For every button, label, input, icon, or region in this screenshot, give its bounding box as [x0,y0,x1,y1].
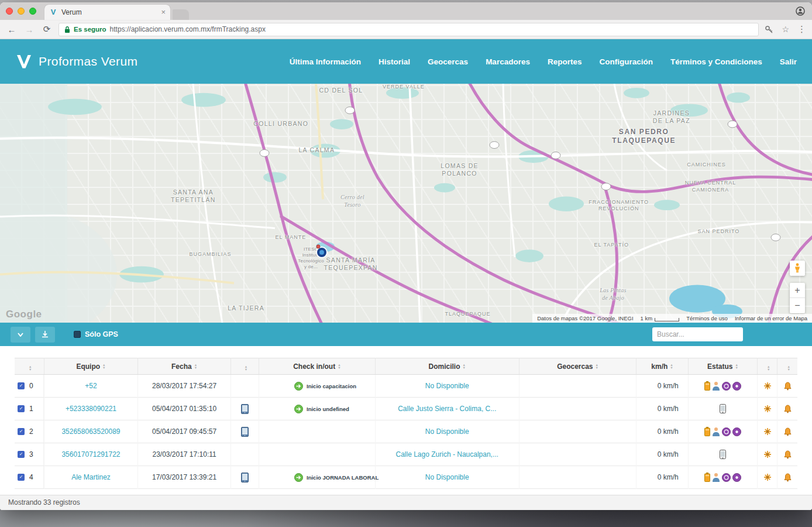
minimize-window-button[interactable] [18,8,25,15]
search-input[interactable] [652,327,743,341]
login-icon [294,473,303,482]
tab-close-icon[interactable]: × [161,8,166,16]
vehicle-marker[interactable] [317,248,326,257]
equipo-link[interactable]: Ale Martinez [71,473,111,481]
table-row[interactable]: ✓0+5228/03/2017 17:54:27Inicio capacitac… [15,375,797,398]
grid-header-row: ▲▼Equipo▲▼Fecha▲▼▲▼Check in/out▲▼Domicil… [15,358,797,375]
favicon-icon: V [49,8,57,16]
alert-cell-1[interactable] [758,375,777,398]
table-row[interactable]: ✓1+52333809022105/04/2017 01:35:10Inicio… [15,398,797,420]
col-header-geocercas[interactable]: Geocercas▲▼ [519,358,636,375]
alert-cell-1[interactable] [758,443,777,466]
sort-icon[interactable]: ▲▼ [767,365,770,371]
domicilio-link[interactable]: No Disponible [425,473,469,481]
check-label: Inicio capacitacion [307,383,356,389]
sort-icon[interactable]: ▲▼ [245,365,247,371]
alert-cell-1[interactable] [758,398,777,420]
browser-tabbar: V Verum × [0,2,812,20]
street-view-pegman[interactable] [790,261,805,276]
report-error-link[interactable]: Informar de un error de Mapa [735,315,807,321]
address-bar[interactable]: Es seguro https://aplicacion.verum.com.m… [59,23,759,36]
sort-icon[interactable]: ▲▼ [338,364,340,369]
key-icon[interactable] [765,25,773,34]
alert-cell-2[interactable] [777,443,797,466]
sort-icon[interactable]: ▲▼ [194,364,197,369]
col-header-equipo[interactable]: Equipo▲▼ [44,358,138,375]
sort-icon[interactable]: ▲▼ [596,364,598,369]
col-header[interactable]: ▲▼ [230,358,259,375]
nav--ltima-informaci-n[interactable]: Última Información [290,57,361,66]
domicilio-link[interactable]: No Disponible [425,382,469,390]
row-index: 0 [29,382,33,390]
alert-cell-2[interactable] [777,420,797,443]
equipo-link[interactable]: +523338090221 [66,405,116,413]
forward-button[interactable]: → [23,25,35,35]
sort-icon[interactable]: ▲▼ [787,365,790,371]
profile-icon[interactable] [796,6,805,16]
col-header[interactable]: ▲▼ [758,358,777,375]
alert-cell-2[interactable] [777,375,797,398]
row-index: 4 [29,473,33,481]
sort-icon[interactable]: ▲▼ [463,364,466,369]
bookmark-star-icon[interactable]: ☆ [782,25,789,34]
row-checkbox[interactable]: ✓ [18,382,25,389]
browser-menu-icon[interactable]: ⋮ [797,24,806,35]
col-header-fecha[interactable]: Fecha▲▼ [138,358,231,375]
col-header[interactable]: ▲▼ [777,358,797,375]
download-button[interactable] [35,327,55,343]
nav-reportes[interactable]: Reportes [548,57,582,66]
col-header-estatus[interactable]: Estatus▲▼ [688,358,757,375]
sort-icon[interactable]: ▲▼ [102,364,105,369]
table-row[interactable]: ✓335601707129172223/03/2017 17:10:11Call… [15,443,797,466]
nav-geocercas[interactable]: Geocercas [428,57,468,66]
nav-salir[interactable]: Salir [780,57,797,66]
terms-link[interactable]: Términos de uso [686,315,728,321]
new-tab-button[interactable] [173,9,189,20]
equipo-link[interactable]: +52 [85,382,97,390]
zoom-in-button[interactable]: + [790,283,805,298]
row-checkbox[interactable]: ✓ [18,474,25,481]
alert-cell-2[interactable] [777,398,797,420]
alert-cell-2[interactable] [777,466,797,489]
solo-gps-checkbox[interactable] [74,331,81,338]
nav-marcadores[interactable]: Marcadores [486,57,530,66]
row-checkbox[interactable]: ✓ [18,405,25,412]
alert-cell-1[interactable] [758,466,777,489]
domicilio-link[interactable]: Calle Lago Zurich - Naucalpan,... [396,450,498,458]
tracking-grid: ▲▼Equipo▲▼Fecha▲▼▲▼Check in/out▲▼Domicil… [0,346,812,495]
zoom-out-button[interactable]: − [790,298,805,313]
map-canvas[interactable]: CD DEL SOLVERDE VALLECOLLI URBANOLA CALM… [0,84,812,323]
nav-historial[interactable]: Historial [379,57,410,66]
speed-cell: 0 km/h [636,466,688,489]
row-checkbox[interactable]: ✓ [18,451,25,458]
col-header-km-h[interactable]: km/h▲▼ [636,358,688,375]
col-header[interactable]: ▲▼ [15,358,44,375]
alert-cell-1[interactable] [758,420,777,443]
secure-label: Es seguro [74,26,106,33]
verum-logo-icon [15,53,33,70]
nav-configuraci-n[interactable]: Configuración [599,57,653,66]
collapse-table-button[interactable] [11,327,30,343]
col-header-check-in-out[interactable]: Check in/out▲▼ [259,358,376,375]
equipo-link[interactable]: 352658063520089 [61,427,120,436]
browser-tab[interactable]: V Verum × [44,5,170,20]
nav-t-rminos-y-condiciones[interactable]: Términos y Condiciones [670,57,762,66]
app-header: Proformas Verum Última InformaciónHistor… [0,39,812,83]
domicilio-link[interactable]: No Disponible [425,427,469,436]
back-button[interactable]: ← [6,25,18,35]
close-window-button[interactable] [6,8,13,15]
row-checkbox[interactable]: ✓ [18,428,25,435]
app-logo[interactable]: Proformas Verum [15,53,137,70]
maximize-window-button[interactable] [29,8,36,15]
table-row[interactable]: ✓4Ale Martinez17/03/2017 13:39:21Inicio … [15,466,797,489]
equipo-link[interactable]: 356017071291722 [61,450,120,458]
col-header-domicilio[interactable]: Domicilio▲▼ [375,358,519,375]
table-row[interactable]: ✓235265806352008905/04/2017 09:45:57No D… [15,420,797,443]
sort-icon[interactable]: ▲▼ [735,364,738,369]
sort-icon[interactable]: ▲▼ [670,364,673,369]
sort-icon[interactable]: ▲▼ [29,365,32,371]
domicilio-link[interactable]: Calle Justo Sierra - Colima, C... [398,405,496,413]
badge-b-icon [732,427,741,436]
reload-button[interactable]: ⟳ [41,24,53,35]
signal-icon [763,473,772,481]
